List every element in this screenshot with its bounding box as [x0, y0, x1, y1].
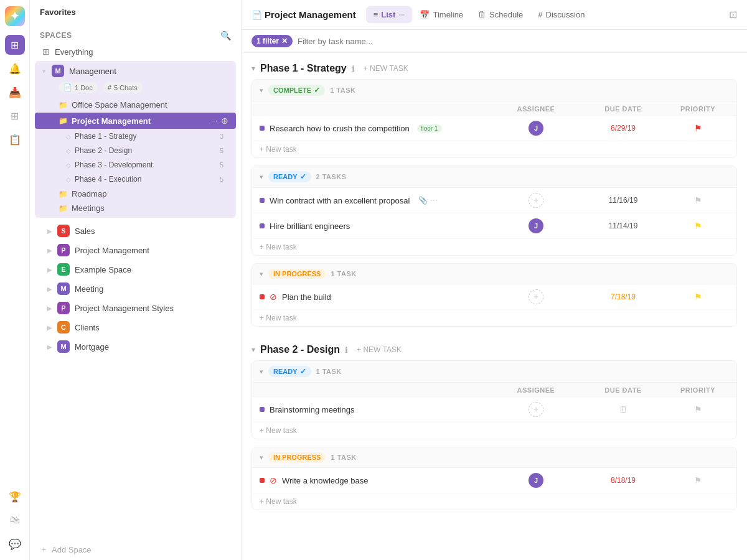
new-task-row-1-1[interactable]: + New task — [252, 493, 736, 510]
doc-badge[interactable]: 📄 1 Doc — [59, 82, 98, 93]
status-badge-1-1[interactable]: IN PROGRESS — [268, 452, 326, 462]
goal-icon[interactable]: 🏆 — [5, 487, 25, 506]
content-area: ▾ Phase 1 - Strategy ℹ + NEW TASK ▾ COMP… — [242, 53, 747, 560]
status-badge-1-0[interactable]: READY ✓ — [268, 366, 311, 377]
task-name-cell: Brainstorming meetings — [260, 405, 492, 414]
phase-header-1[interactable]: ▾ Phase 2 - Design ℹ + NEW TASK — [242, 334, 747, 360]
add-space-label: Add Space — [52, 545, 92, 554]
sidebar-item-example-space[interactable]: ▶ E Example Space — [40, 260, 231, 279]
assignee-placeholder[interactable]: ＋ — [529, 193, 543, 208]
priority-flag: ⚑ — [694, 123, 702, 133]
sidebar-item-mortgage[interactable]: ▶ M Mortgage — [40, 337, 231, 356]
group-chevron-0-0[interactable]: ▾ — [260, 86, 263, 95]
doc-count: 1 Doc — [75, 84, 93, 91]
folder-meetings[interactable]: 📁 Meetings — [35, 201, 236, 215]
assignee-placeholder[interactable]: ＋ — [529, 402, 543, 417]
list-phase-4-execution[interactable]: ◇ Phase 4 - Execution 5 — [35, 172, 231, 186]
col-priority: PRIORITY — [667, 105, 729, 113]
folder-roadmap[interactable]: 📁 Roadmap — [35, 187, 236, 201]
notification-icon[interactable]: 🔔 — [5, 58, 25, 78]
task-row-1-0-0[interactable]: Brainstorming meetings ＋ 🗓 ⚑ — [252, 397, 736, 422]
tab-timeline[interactable]: 📅 Timeline — [412, 6, 471, 23]
group-chevron-1-1[interactable]: ▾ — [260, 454, 263, 462]
folder-project-management[interactable]: 📁 Project Management ··· ⊕ — [35, 113, 236, 129]
sidebar-item-project-management[interactable]: ▶ P Project Management — [40, 241, 231, 259]
list-count-3: 5 — [220, 161, 223, 169]
task-color-dot — [260, 126, 265, 131]
group-chevron-0-1[interactable]: ▾ — [260, 173, 263, 181]
new-task-row-1-0[interactable]: + New task — [252, 422, 736, 439]
space-avatar: P — [57, 244, 70, 256]
filter-input[interactable] — [298, 37, 737, 46]
date-cell: 7/18/19 — [580, 292, 667, 301]
list-phase-3-development[interactable]: ◇ Phase 3 - Development 5 — [35, 158, 231, 172]
tab-discussion[interactable]: # Discussion — [530, 6, 592, 23]
pm-add-icon[interactable]: ⊕ — [221, 116, 228, 126]
status-badge-0-0[interactable]: COMPLETE ✓ — [268, 85, 325, 96]
folder-office-space[interactable]: 📁 Office Space Management — [35, 98, 236, 112]
date-cell: 🗓 — [580, 404, 667, 414]
phase-header-0[interactable]: ▾ Phase 1 - Strategy ℹ + NEW TASK — [242, 53, 747, 79]
add-space-button[interactable]: ＋ Add Space — [30, 539, 241, 560]
assignee-cell: ＋ — [492, 193, 580, 208]
task-row-0-0-0[interactable]: Research how to crush the competition fl… — [252, 116, 736, 141]
list-phase-2-design[interactable]: ◇ Phase 2 - Design 5 — [35, 144, 231, 157]
task-row-0-2-0[interactable]: ⊘ Plan the build ＋ 7/18/19 ⚑ — [252, 284, 736, 310]
assignee-cell: ＋ — [492, 402, 580, 417]
chat-badge[interactable]: # 5 Chats — [103, 82, 143, 93]
assignee-cell: J — [492, 473, 580, 488]
status-badge-0-1[interactable]: READY ✓ — [268, 171, 311, 182]
docs-icon[interactable]: 📋 — [5, 129, 25, 149]
settings-icon[interactable]: 🛍 — [5, 510, 25, 530]
sidebar-item-project-management-styles[interactable]: ▶ P Project Management Styles — [40, 299, 231, 317]
new-task-row-0-0[interactable]: + New task — [252, 141, 736, 157]
space-chevron: ▶ — [47, 305, 52, 312]
space-chevron: ▶ — [47, 228, 52, 235]
assignee-placeholder[interactable]: ＋ — [529, 289, 543, 304]
chat-icon[interactable]: 💬 — [5, 534, 25, 554]
sidebar-item-everything[interactable]: ⊞ Everything — [35, 43, 236, 60]
filter-close-icon[interactable]: ✕ — [281, 37, 288, 45]
task-row-0-1-1[interactable]: Hire brilliant engineers J 11/14/19 ⚑ — [252, 213, 736, 239]
list-tab-dots[interactable]: ··· — [398, 11, 405, 19]
space-chevron: ▶ — [47, 343, 52, 350]
sidebar-item-clients[interactable]: ▶ C Clients — [40, 318, 231, 337]
space-label: Project Management Styles — [75, 304, 174, 313]
priority-flag: ⚑ — [694, 221, 702, 231]
sidebar-item-sales[interactable]: ▶ S Sales — [40, 222, 231, 240]
phase-new-task-1[interactable]: + NEW TASK — [353, 344, 405, 355]
schedule-tab-icon: 🗓 — [478, 10, 486, 19]
task-count-1-1: 1 TASK — [331, 454, 356, 461]
management-chevron: ▾ — [42, 68, 45, 75]
task-attachment-icon: 📎 ⋯ — [418, 196, 437, 205]
sidebar-item-meeting[interactable]: ▶ M Meeting — [40, 279, 231, 298]
phase-new-task-0[interactable]: + NEW TASK — [360, 63, 412, 74]
col-priority: PRIORITY — [667, 386, 729, 394]
pm-more-icon[interactable]: ··· — [211, 116, 217, 125]
filter-bar: 1 filter ✕ — [242, 30, 747, 53]
management-header[interactable]: ▾ M Management — [35, 61, 236, 81]
list-phase-1-strategy[interactable]: ◇ Phase 1 - Strategy 3 — [35, 129, 231, 143]
new-task-row-0-2[interactable]: + New task — [252, 310, 736, 326]
sidebar-search-icon[interactable]: 🔍 — [220, 30, 231, 40]
tab-list[interactable]: ≡ List ··· — [366, 6, 413, 23]
task-name: Hire brilliant engineers — [270, 222, 350, 231]
task-row-0-1-0[interactable]: Win contract with an excellent proposal … — [252, 188, 736, 213]
collapse-button[interactable]: ⊡ — [729, 9, 737, 21]
phase-info-icon-0[interactable]: ℹ — [352, 64, 355, 73]
status-badge-0-2[interactable]: IN PROGRESS — [268, 269, 326, 279]
date-cell: 6/29/19 — [580, 124, 667, 133]
group-chevron-1-0[interactable]: ▾ — [260, 368, 263, 376]
task-columns-0-0: ASSIGNEE DUE DATE PRIORITY — [252, 101, 736, 116]
inbox-icon[interactable]: 📥 — [5, 82, 25, 102]
home-icon[interactable]: ⊞ — [5, 35, 25, 55]
filter-badge[interactable]: 1 filter ✕ — [251, 35, 293, 47]
group-chevron-0-2[interactable]: ▾ — [260, 270, 263, 278]
new-task-row-0-1[interactable]: + New task — [252, 239, 736, 255]
space-avatar: M — [57, 282, 70, 295]
task-row-1-1-0[interactable]: ⊘ Write a knowledge base J 8/18/19 ⚑ — [252, 468, 736, 493]
folder-pm-icon: 📁 — [59, 116, 68, 125]
dashboard-icon[interactable]: ⊞ — [5, 106, 25, 126]
phase-info-icon-1[interactable]: ℹ — [345, 345, 348, 355]
tab-schedule[interactable]: 🗓 Schedule — [471, 6, 530, 23]
